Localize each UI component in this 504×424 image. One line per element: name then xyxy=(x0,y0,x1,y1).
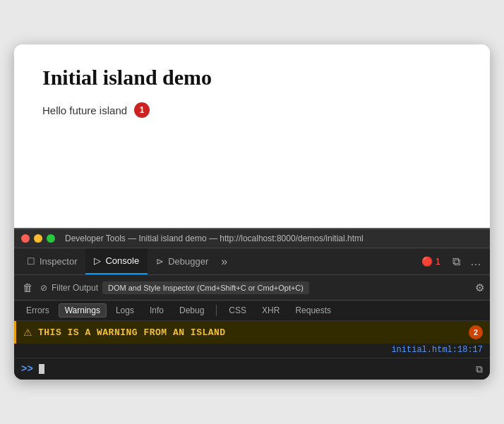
console-prompt: >> xyxy=(21,363,33,375)
warning-badge: 2 xyxy=(469,325,483,339)
devtools-titlebar: Developer Tools — Initial island demo — … xyxy=(14,229,490,248)
filter-debug[interactable]: Debug xyxy=(173,303,210,317)
traffic-lights xyxy=(21,234,55,243)
page-content: Initial island demo Hello future island … xyxy=(14,44,490,228)
maximize-button[interactable] xyxy=(47,234,55,243)
debugger-icon: ⊳ xyxy=(156,256,164,267)
devtools-toolbar: 🗑 ⊘ Filter Output DOM and Style Inspecto… xyxy=(14,275,490,301)
filter-css[interactable]: CSS xyxy=(222,303,253,317)
filter-separator xyxy=(216,305,217,316)
devtools-panel: Developer Tools — Initial island demo — … xyxy=(14,228,490,380)
tab-debugger[interactable]: ⊳ Debugger xyxy=(148,248,217,274)
console-icon: ▷ xyxy=(94,255,101,266)
console-output: ⚠ THIS IS A WARNING FROM AN ISLAND 2 ini… xyxy=(14,321,490,358)
filter-area: ⊘ Filter Output DOM and Style Inspector … xyxy=(40,281,471,294)
warning-file-link[interactable]: initial.html:18:17 xyxy=(391,345,483,355)
error-count: 1 xyxy=(436,256,440,267)
file-line-row: initial.html:18:17 xyxy=(14,344,490,358)
tab-debugger-label: Debugger xyxy=(168,256,208,267)
warning-triangle-icon: ⚠ xyxy=(23,327,32,338)
console-split-button[interactable]: ⧉ xyxy=(476,363,483,375)
filter-info[interactable]: Info xyxy=(143,303,170,317)
filter-logs[interactable]: Logs xyxy=(109,303,140,317)
badge-1: 1 xyxy=(134,102,150,118)
split-icon: ⧉ xyxy=(476,363,483,375)
dock-button[interactable]: ⧉ xyxy=(446,252,466,272)
error-icon: 🔴 xyxy=(421,256,433,267)
console-cursor[interactable] xyxy=(39,364,44,374)
tab-inspector-label: Inspector xyxy=(40,256,77,267)
console-input-row: >> ⧉ xyxy=(14,358,490,380)
browser-window: Initial island demo Hello future island … xyxy=(14,44,490,380)
warning-entry: ⚠ THIS IS A WARNING FROM AN ISLAND 2 xyxy=(14,321,490,344)
filter-buttons-row: Errors Warnings Logs Info Debug CSS XHR … xyxy=(14,301,490,321)
inspector-icon: ☐ xyxy=(27,256,35,267)
minimize-button[interactable] xyxy=(34,234,42,243)
tab-console[interactable]: ▷ Console xyxy=(85,248,148,274)
hello-text: Hello future island xyxy=(42,104,127,116)
filter-icon: ⊘ xyxy=(40,283,47,293)
filter-requests[interactable]: Requests xyxy=(289,303,337,317)
page-title: Initial island demo xyxy=(42,66,462,90)
more-tabs-button[interactable]: » xyxy=(217,255,232,268)
settings-button[interactable]: ⚙ xyxy=(475,281,484,294)
tab-inspector[interactable]: ☐ Inspector xyxy=(18,248,85,274)
filter-label: Filter Output xyxy=(52,283,98,293)
clear-button[interactable]: 🗑 xyxy=(20,279,36,296)
tab-console-label: Console xyxy=(105,255,139,266)
inspector-tooltip: DOM and Style Inspector (Cmd+Shift+C or … xyxy=(102,281,309,294)
more-options-button[interactable]: … xyxy=(466,252,486,272)
devtools-tabs-bar: ☐ Inspector ▷ Console ⊳ Debugger » 🔴 1 ⧉… xyxy=(14,248,490,275)
filter-errors[interactable]: Errors xyxy=(20,303,56,317)
warning-message: THIS IS A WARNING FROM AN ISLAND xyxy=(38,327,463,338)
hello-line: Hello future island 1 xyxy=(42,102,462,118)
filter-warnings[interactable]: Warnings xyxy=(59,303,107,317)
error-badge: 🔴 1 xyxy=(421,256,440,267)
close-button[interactable] xyxy=(21,234,30,243)
devtools-title: Developer Tools — Initial island demo — … xyxy=(65,234,364,243)
filter-xhr[interactable]: XHR xyxy=(256,303,286,317)
